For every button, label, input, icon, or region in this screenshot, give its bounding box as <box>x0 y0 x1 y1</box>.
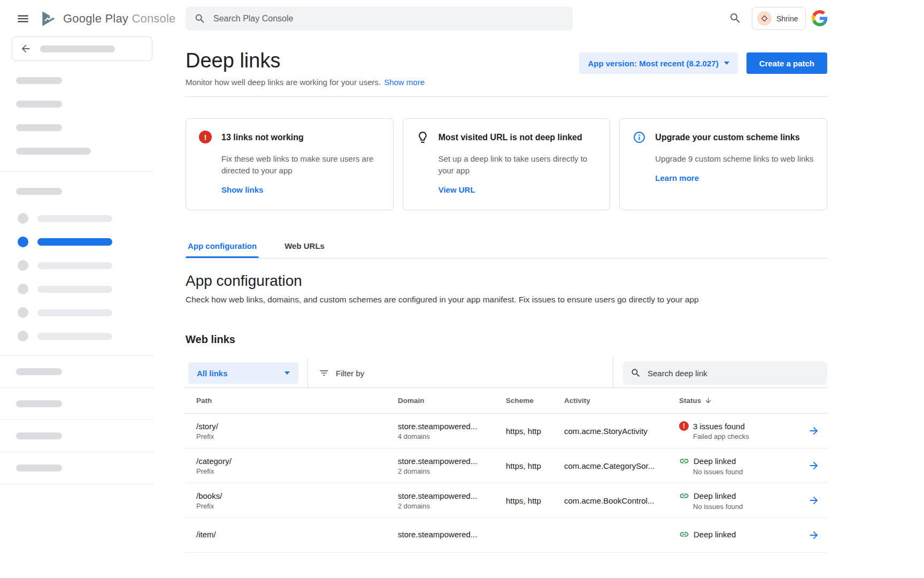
card-body: Upgrade 9 custom scheme links to web lin… <box>655 153 814 165</box>
scheme-value: https, http <box>495 496 553 505</box>
skeleton-bar <box>16 101 62 108</box>
column-header-status[interactable]: Status <box>668 397 798 405</box>
column-header-scheme[interactable]: Scheme <box>495 397 553 405</box>
sidebar-skeleton-group <box>0 172 154 207</box>
sidebar-item[interactable] <box>0 324 154 348</box>
status-detail: Failed app checks <box>693 432 798 440</box>
domain-value: store.steampowered... <box>398 530 495 539</box>
tab-app-configuration[interactable]: App configuration <box>186 235 259 258</box>
brand-text: Google Play Console <box>63 12 176 26</box>
nav-dot-icon <box>18 307 28 318</box>
skeleton-bar <box>37 333 112 340</box>
path-type: Prefix <box>196 467 387 475</box>
skeleton-bar <box>40 45 115 52</box>
error-icon: ! <box>199 131 213 144</box>
deep-link-search-input[interactable] <box>648 369 808 378</box>
section-description: Check how web links, domains, and custom… <box>186 295 827 305</box>
sidebar-skeleton-group <box>0 61 154 155</box>
domain-value: store.steampowered... <box>398 491 495 500</box>
app-selector[interactable]: Shrine <box>752 7 806 30</box>
column-header-path[interactable]: Path <box>186 397 387 405</box>
path-type: Prefix <box>196 432 387 440</box>
secondary-search-icon[interactable] <box>729 12 742 25</box>
global-search-input[interactable] <box>213 14 534 24</box>
app-version-dropdown[interactable]: App version: Most recent (8.2.027) <box>579 52 737 74</box>
skeleton-bar <box>16 188 62 195</box>
filter-by-button[interactable]: Filter by <box>319 368 364 378</box>
search-icon <box>630 368 641 378</box>
back-navigation[interactable] <box>12 36 152 61</box>
create-patch-button[interactable]: Create a patch <box>746 52 827 74</box>
row-detail-arrow-icon[interactable] <box>808 495 820 506</box>
row-detail-arrow-icon[interactable] <box>808 529 820 541</box>
path-value: /story/ <box>196 422 387 431</box>
links-filter-dropdown[interactable]: All links <box>188 362 298 384</box>
column-header-domain[interactable]: Domain <box>387 397 495 405</box>
tab-web-urls[interactable]: Web URLs <box>282 235 327 258</box>
show-more-link[interactable]: Show more <box>384 78 425 87</box>
nav-dot-icon <box>18 237 28 247</box>
sidebar-item-active[interactable] <box>0 230 154 254</box>
table-row[interactable]: /story/ Prefix store.steampowered... 4 d… <box>186 414 827 448</box>
activity-value: com.acme.BookControl... <box>553 496 668 505</box>
column-header-activity[interactable]: Activity <box>553 397 668 405</box>
status-value: Deep linked <box>694 530 736 539</box>
top-bar: Google Play Console Shrine <box>0 0 924 37</box>
sidebar-item[interactable] <box>0 420 154 452</box>
view-url-link[interactable]: View URL <box>438 185 475 194</box>
domain-value: store.steampowered... <box>398 422 495 431</box>
skeleton-bar <box>16 465 62 471</box>
domain-count: 4 domains <box>398 432 495 440</box>
sidebar-item[interactable] <box>0 301 154 324</box>
toolbar-divider <box>307 359 308 387</box>
web-links-title: Web links <box>186 333 827 346</box>
sidebar-item[interactable] <box>0 254 154 277</box>
nav-dot-icon <box>18 260 28 271</box>
table-row[interactable]: /item/ store.steampowered... Deep linked <box>186 518 827 553</box>
row-detail-arrow-icon[interactable] <box>808 425 820 437</box>
play-console-logo[interactable]: Google Play Console <box>40 10 176 28</box>
nav-dot-icon <box>18 331 28 341</box>
sidebar-item[interactable] <box>0 356 154 388</box>
lightbulb-icon <box>416 131 430 144</box>
card-body: Fix these web links to make sure users a… <box>221 153 380 177</box>
table-row[interactable]: /category/ Prefix store.steampowered... … <box>186 448 827 483</box>
show-links-link[interactable]: Show links <box>221 185 263 194</box>
skeleton-bar <box>16 124 62 131</box>
activity-value: com.acme.CategorySor... <box>553 461 668 470</box>
path-value: /item/ <box>196 530 387 539</box>
sidebar-item[interactable] <box>0 277 154 301</box>
table-row[interactable]: /books/ Prefix store.steampowered... 2 d… <box>186 483 827 518</box>
global-search[interactable] <box>186 6 573 31</box>
google-account-avatar[interactable] <box>811 9 829 27</box>
insight-cards: ! 13 links not working Fix these web lin… <box>186 118 827 210</box>
scheme-value: https, http <box>495 427 553 436</box>
page-header: Deep links Monitor how well deep links a… <box>186 37 827 87</box>
status-detail: No issues found <box>693 468 798 476</box>
sidebar-item[interactable] <box>0 452 154 484</box>
skeleton-bar <box>16 432 62 439</box>
hamburger-menu-icon[interactable] <box>16 12 30 26</box>
nav-dot-icon <box>18 284 28 294</box>
skeleton-bar <box>37 238 112 246</box>
card-most-visited-url: Most visited URL is not deep linked Set … <box>403 118 611 210</box>
section-title: App configuration <box>186 272 827 290</box>
sidebar-item[interactable] <box>0 207 154 230</box>
deep-link-search[interactable] <box>623 361 827 385</box>
info-icon <box>633 131 646 144</box>
app-selector-label: Shrine <box>776 14 798 23</box>
play-logo-icon <box>40 10 58 28</box>
domain-value: store.steampowered... <box>398 457 495 466</box>
header-actions: App version: Most recent (8.2.027) Creat… <box>579 49 827 74</box>
sidebar-item[interactable] <box>0 388 154 420</box>
status-detail: No issues found <box>693 503 798 511</box>
path-type: Prefix <box>196 502 387 510</box>
row-detail-arrow-icon[interactable] <box>808 460 820 471</box>
header-divider <box>186 96 827 97</box>
status-value: Deep linked <box>694 491 736 500</box>
path-value: /books/ <box>196 491 387 500</box>
page-title: Deep links <box>186 49 425 72</box>
deep-link-icon <box>679 456 689 466</box>
learn-more-link[interactable]: Learn more <box>655 173 699 182</box>
web-links-table: Path Domain Scheme Activity Status /stor… <box>186 388 827 553</box>
